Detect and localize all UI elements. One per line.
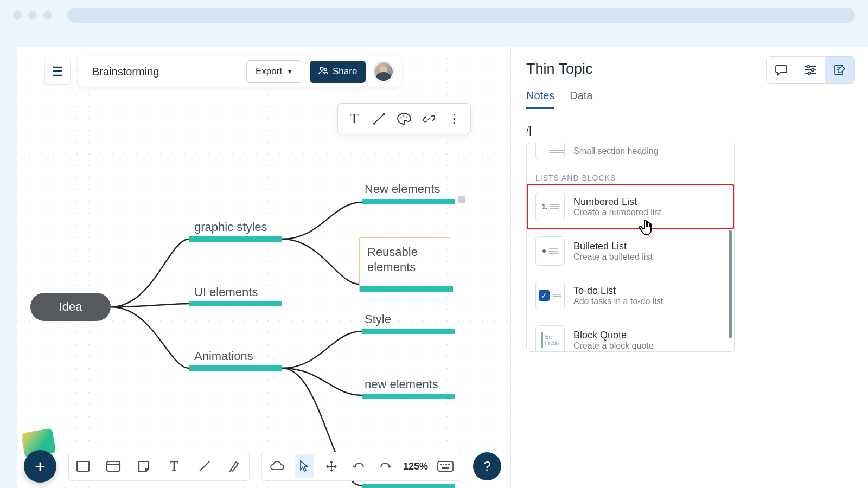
block-quote-icon: BeFresh [535,325,565,352]
menu-section-label: LISTS AND BLOCKS [527,167,734,184]
sticky-note-tool[interactable] [134,454,154,478]
right-sidebar: Thin Topic Notes Data /| Small section h… [511,47,868,488]
mindmap-leaf-reusable-selected[interactable]: Reusable elements [359,237,450,292]
svg-rect-7 [77,461,89,471]
notes-panel-button[interactable] [825,57,854,83]
leaf-label: new elements [365,377,438,391]
branch-label: Animations [194,349,253,363]
share-button[interactable]: Share [310,61,366,83]
svg-rect-15 [448,464,450,465]
app-frame: Idea graphic styles UI elements Animatio… [17,47,868,488]
browser-chrome [0,0,868,30]
block-title: Bulleted List [573,241,653,252]
svg-rect-14 [445,464,447,465]
connector-tool[interactable] [367,107,391,131]
export-button[interactable]: Export ▼ [246,60,302,83]
settings-panel-button[interactable] [796,57,825,83]
highlighter-tool[interactable] [225,454,245,478]
node-attachment-icon[interactable] [458,196,465,203]
block-desc: Create a block quote [573,341,654,351]
more-options-button[interactable]: ⋮ [442,107,466,131]
block-title: Block Quote [573,330,654,341]
todo-list-icon: ✓ [535,281,565,310]
leaf-label: New elements [365,182,440,196]
redo-button[interactable] [376,454,395,478]
tab-label: Notes [526,89,554,101]
sidebar-tabs: Notes Data [526,89,851,110]
cloud-sync-icon[interactable] [267,454,287,478]
document-title[interactable]: Brainstorming [87,62,239,81]
people-icon [318,66,328,78]
bulleted-list-icon [535,236,565,266]
tab-label: Data [570,89,592,101]
branch-underline [189,365,282,371]
mindmap-root-label: Idea [59,300,82,314]
svg-point-3 [383,113,385,115]
tab-notes[interactable]: Notes [526,89,554,109]
line-tool[interactable] [195,454,214,478]
mindmap-branch-animations[interactable]: Animations [194,349,253,363]
floating-format-toolbar: T ⋮ [337,103,471,134]
text-box-tool[interactable]: T [164,454,184,478]
canvas-area[interactable]: Idea graphic styles UI elements Animatio… [17,47,511,488]
svg-rect-11 [438,461,453,471]
block-desc: Add tasks in a to-do list [573,297,663,306]
mindmap-leaf-new-elements-1[interactable]: New elements [365,182,440,196]
block-desc: Create a numbered list [573,208,661,217]
hamburger-menu-button[interactable]: ☰ [44,59,71,85]
svg-point-22 [812,69,814,72]
mindmap-branch-ui-elements[interactable]: UI elements [194,285,258,299]
svg-rect-13 [443,464,444,465]
question-icon: ? [483,459,490,474]
palette-tool[interactable] [392,107,416,131]
tab-data[interactable]: Data [570,89,592,109]
bottom-toolbar: + T [24,450,501,483]
browser-dot [43,11,52,20]
menu-scrollbar[interactable] [729,230,732,338]
mindmap-leaf-new-elements-2[interactable]: new elements [365,377,438,391]
text-tool[interactable]: T [342,107,366,131]
mindmap-root-node[interactable]: Idea [30,293,111,321]
branch-underline [362,394,455,399]
pointer-mode-button[interactable] [295,454,314,478]
shape-tool-strip: T [68,452,250,481]
branch-underline [362,199,455,204]
browser-dot [13,11,22,20]
help-button[interactable]: ? [473,452,501,480]
branch-underline [360,286,453,292]
notes-text-input[interactable]: /| [526,125,851,136]
svg-rect-12 [440,464,442,465]
svg-point-21 [807,66,810,68]
user-avatar[interactable] [373,61,394,82]
menu-item-bulleted-list[interactable]: Bulleted List Create a bulleted list [527,229,734,273]
zoom-level[interactable]: 125% [403,461,428,472]
svg-line-10 [200,461,209,471]
branch-underline [189,236,282,242]
menu-item-block-quote[interactable]: BeFresh Block Quote Create a block quote [527,318,734,352]
add-fab-button[interactable]: + [24,450,56,483]
svg-point-23 [808,72,811,75]
menu-item-todo-list[interactable]: ✓ To-do List Add tasks in a to-do list [527,273,734,318]
hamburger-icon: ☰ [52,64,63,79]
mindmap-branch-graphic-styles[interactable]: graphic styles [194,220,267,234]
comments-panel-button[interactable] [767,57,796,83]
keyboard-button[interactable] [436,454,455,478]
pan-mode-button[interactable] [322,454,341,478]
view-tool-strip: 125% [261,452,461,481]
menu-item-numbered-list[interactable]: 1. Numbered List Create a numbered list [527,184,734,229]
branch-underline [362,484,455,488]
plus-icon: + [35,456,46,477]
card-tool[interactable] [104,454,123,478]
link-tool[interactable] [417,107,441,131]
vertical-dots-icon: ⋮ [448,112,460,126]
browser-url-bar[interactable] [67,8,855,23]
undo-button[interactable] [349,454,368,478]
mindmap-leaf-style[interactable]: Style [365,312,391,326]
block-desc: Small section heading [573,146,659,156]
top-toolbar: ☰ Brainstorming Export ▼ Share [44,56,401,87]
rectangle-tool[interactable] [73,454,93,478]
export-label: Export [256,66,282,77]
menu-item-heading-partial[interactable]: Small section heading [527,143,734,167]
heading-icon [535,143,565,159]
leaf-label: Reusable elements [367,245,418,274]
